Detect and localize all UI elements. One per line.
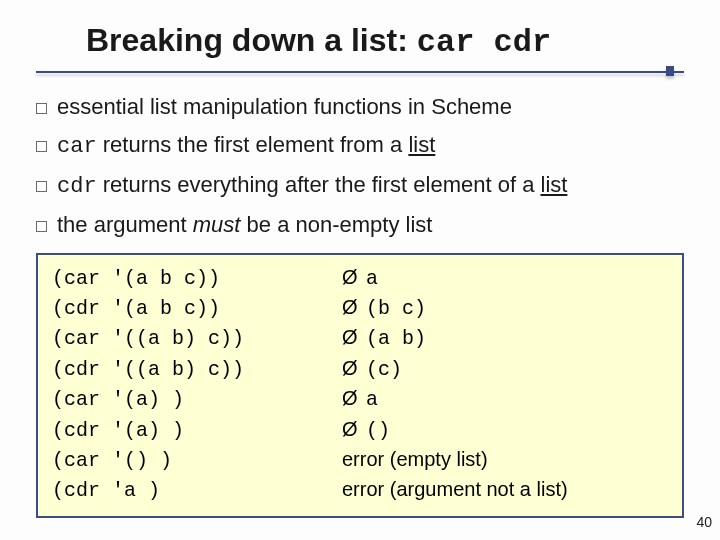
example-input: (cdr '((a b) c)): [52, 356, 342, 384]
example-input: (car '(a b c)): [52, 265, 342, 293]
bullet-text: be a non-empty list: [240, 212, 432, 237]
example-output: a: [366, 386, 378, 414]
bullet-icon: [36, 181, 47, 192]
example-row: (cdr '(a) ) Ø (): [52, 415, 668, 445]
example-input: (car '() ): [52, 447, 342, 475]
bullet-item: car returns the first element from a lis…: [36, 129, 684, 163]
example-input: (car '(a) ): [52, 386, 342, 414]
bullet-icon: [36, 103, 47, 114]
bullet-item: the argument must be a non-empty list: [36, 209, 684, 241]
example-error: error (argument not a list): [342, 475, 568, 503]
arrow-icon: Ø: [342, 384, 366, 412]
bullet-item: cdr returns everything after the first e…: [36, 169, 684, 203]
rule-line: [36, 71, 684, 73]
bullet-underline: list: [408, 132, 435, 157]
arrow-icon: Ø: [342, 415, 366, 443]
bullet-emph: must: [193, 212, 241, 237]
example-output: (): [366, 417, 390, 445]
bullet-text: the argument: [57, 212, 193, 237]
bullet-icon: [36, 141, 47, 152]
slide: Breaking down a list: car cdr essential …: [0, 0, 720, 540]
example-output: a: [366, 265, 378, 293]
title-code: car cdr: [417, 24, 551, 61]
rule-tick: [666, 66, 674, 76]
bullet-text: returns the first element from a: [97, 132, 409, 157]
example-output: (b c): [366, 295, 426, 323]
example-output: (a b): [366, 325, 426, 353]
example-output: (c): [366, 356, 402, 384]
example-row: (cdr 'a ) error (argument not a list): [52, 475, 668, 505]
bullet-code: cdr: [57, 174, 97, 199]
example-input: (car '((a b) c)): [52, 325, 342, 353]
bullet-text: essential list manipulation functions in…: [57, 94, 512, 119]
example-input: (cdr 'a ): [52, 477, 342, 505]
example-error: error (empty list): [342, 445, 488, 473]
example-row: (car '((a b) c)) Ø (a b): [52, 323, 668, 353]
bullet-item: essential list manipulation functions in…: [36, 91, 684, 123]
example-input: (cdr '(a) ): [52, 417, 342, 445]
example-row: (car '(a) ) Ø a: [52, 384, 668, 414]
bullet-code: car: [57, 134, 97, 159]
bullet-icon: [36, 221, 47, 232]
title-rule: [36, 67, 684, 77]
example-input: (cdr '(a b c)): [52, 295, 342, 323]
example-row: (cdr '(a b c)) Ø (b c): [52, 293, 668, 323]
example-row: (cdr '((a b) c)) Ø (c): [52, 354, 668, 384]
bullet-text: returns everything after the first eleme…: [97, 172, 541, 197]
example-row: (car '() ) error (empty list): [52, 445, 668, 475]
page-number: 40: [696, 514, 712, 530]
arrow-icon: Ø: [342, 263, 366, 291]
arrow-icon: Ø: [342, 354, 366, 382]
example-box: (car '(a b c)) Ø a (cdr '(a b c)) Ø (b c…: [36, 253, 684, 518]
bullet-list: essential list manipulation functions in…: [36, 91, 684, 241]
arrow-icon: Ø: [342, 293, 366, 321]
arrow-icon: Ø: [342, 323, 366, 351]
title-text: Breaking down a list:: [86, 22, 417, 58]
example-row: (car '(a b c)) Ø a: [52, 263, 668, 293]
bullet-underline: list: [541, 172, 568, 197]
slide-title: Breaking down a list: car cdr: [86, 22, 684, 61]
